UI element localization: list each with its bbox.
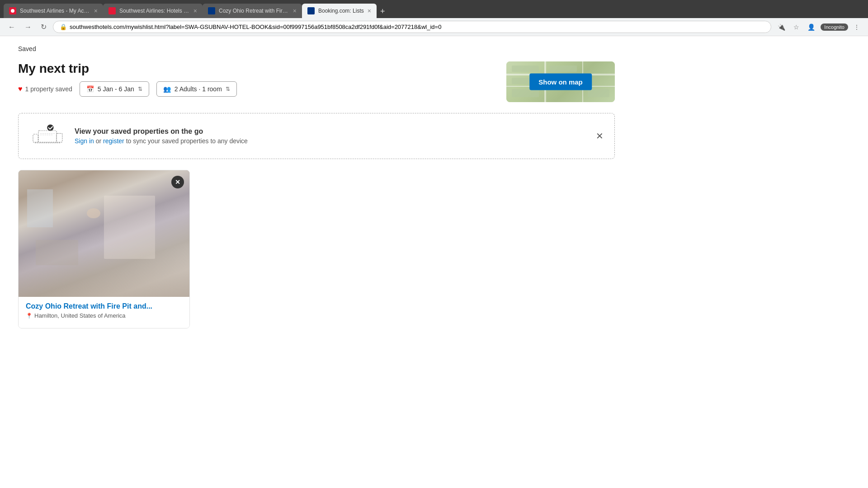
browser-chrome: Southwest Airlines - My Accou... × South… — [0, 0, 868, 18]
banner-heading: View your saved properties on the go — [75, 127, 248, 136]
guests-label: 2 Adults · 1 room — [175, 85, 222, 93]
guests-chevron-icon: ⇅ — [226, 86, 230, 92]
banner-description: Sign in or register to sync your saved p… — [75, 137, 248, 145]
breadcrumb-label: Saved — [18, 45, 36, 52]
tab-3-title: Cozy Ohio Retreat with Fire Pit... — [219, 8, 289, 14]
svg-rect-4 — [33, 134, 38, 142]
property-info: Cozy Ohio Retreat with Fire Pit and... 📍… — [19, 297, 189, 328]
close-banner-button[interactable]: ✕ — [596, 131, 604, 141]
breadcrumb: Saved — [18, 45, 615, 52]
banner-or-text: or — [96, 137, 103, 145]
refresh-button[interactable]: ↻ — [38, 21, 49, 33]
guests-icon: 👥 — [163, 85, 171, 93]
date-chevron-icon: ⇅ — [138, 86, 142, 92]
tab-3-close-icon[interactable]: × — [293, 7, 297, 14]
property-count-label: 1 property saved — [25, 85, 72, 93]
tab-2-title: Southwest Airlines: Hotels in H... — [119, 8, 190, 14]
map-thumbnail[interactable]: Show on map — [506, 61, 615, 102]
sign-in-link[interactable]: Sign in — [75, 137, 94, 145]
tab-1-close-icon[interactable]: × — [94, 7, 98, 14]
toolbar-right: 🔌 ☆ 👤 Incognito ⋮ — [775, 22, 863, 33]
browser-tab-1[interactable]: Southwest Airlines - My Accou... × — [4, 4, 103, 18]
browser-tab-2[interactable]: Southwest Airlines: Hotels in H... × — [103, 4, 203, 18]
sync-banner-left: View your saved properties on the go Sig… — [29, 122, 248, 150]
forward-button[interactable]: → — [22, 21, 34, 33]
browser-toolbar: ← → ↻ 🔒 🔌 ☆ 👤 Incognito ⋮ — [0, 18, 868, 36]
devices-icon — [29, 122, 66, 150]
svg-point-0 — [11, 9, 14, 13]
bookmark-button[interactable]: ☆ — [791, 22, 802, 33]
page-content: Saved My next trip ♥ 1 property saved 📅 … — [0, 36, 633, 338]
url-input[interactable] — [70, 23, 764, 30]
tab-4-close-icon[interactable]: × — [368, 7, 371, 14]
back-button[interactable]: ← — [5, 21, 18, 33]
svg-rect-2 — [38, 131, 57, 142]
tab-4-title: Booking.com: Lists — [318, 8, 364, 14]
address-bar[interactable]: 🔒 — [53, 21, 771, 33]
date-selector[interactable]: 📅 5 Jan - 6 Jan ⇅ — [80, 81, 149, 97]
heart-icon: ♥ — [18, 85, 23, 93]
banner-text: View your saved properties on the go Sig… — [75, 127, 248, 145]
lock-icon: 🔒 — [60, 23, 67, 30]
browser-tab-3[interactable]: Cozy Ohio Retreat with Fire Pit... × — [203, 4, 302, 18]
trip-info: My next trip ♥ 1 property saved 📅 5 Jan … — [18, 61, 237, 97]
extension-button[interactable]: 🔌 — [775, 22, 788, 33]
property-location: 📍 Hamilton, United States of America — [19, 312, 189, 324]
incognito-badge: Incognito — [821, 23, 848, 31]
location-pin-icon: 📍 — [26, 313, 33, 319]
calendar-icon: 📅 — [86, 85, 94, 93]
show-on-map-button[interactable]: Show on map — [529, 74, 592, 90]
sync-banner: View your saved properties on the go Sig… — [18, 113, 615, 159]
profile-button[interactable]: 👤 — [805, 22, 818, 33]
property-title[interactable]: Cozy Ohio Retreat with Fire Pit and... — [19, 297, 189, 312]
browser-tab-4[interactable]: Booking.com: Lists × — [302, 4, 377, 18]
tab-2-close-icon[interactable]: × — [193, 7, 197, 14]
banner-after-text: to sync your saved properties to any dev… — [126, 137, 248, 145]
property-image: ✕ — [19, 170, 189, 297]
page-title: My next trip — [18, 61, 237, 76]
tab-1-title: Southwest Airlines - My Accou... — [20, 8, 90, 14]
trip-meta: ♥ 1 property saved 📅 5 Jan - 6 Jan ⇅ 👥 2… — [18, 81, 237, 97]
property-location-text: Hamilton, United States of America — [34, 312, 126, 319]
date-range-label: 5 Jan - 6 Jan — [98, 85, 134, 93]
browser-tabs: Southwest Airlines - My Accou... × South… — [4, 4, 864, 18]
trip-header: My next trip ♥ 1 property saved 📅 5 Jan … — [18, 61, 615, 102]
guest-selector[interactable]: 👥 2 Adults · 1 room ⇅ — [156, 81, 237, 97]
svg-point-1 — [47, 124, 54, 131]
register-link[interactable]: register — [103, 137, 124, 145]
remove-property-button[interactable]: ✕ — [171, 176, 184, 188]
svg-rect-5 — [57, 133, 62, 142]
property-card[interactable]: ✕ Cozy Ohio Retreat with Fire Pit and...… — [18, 170, 190, 328]
new-tab-button[interactable]: + — [377, 5, 389, 18]
menu-button[interactable]: ⋮ — [851, 22, 863, 33]
property-count: ♥ 1 property saved — [18, 85, 72, 93]
